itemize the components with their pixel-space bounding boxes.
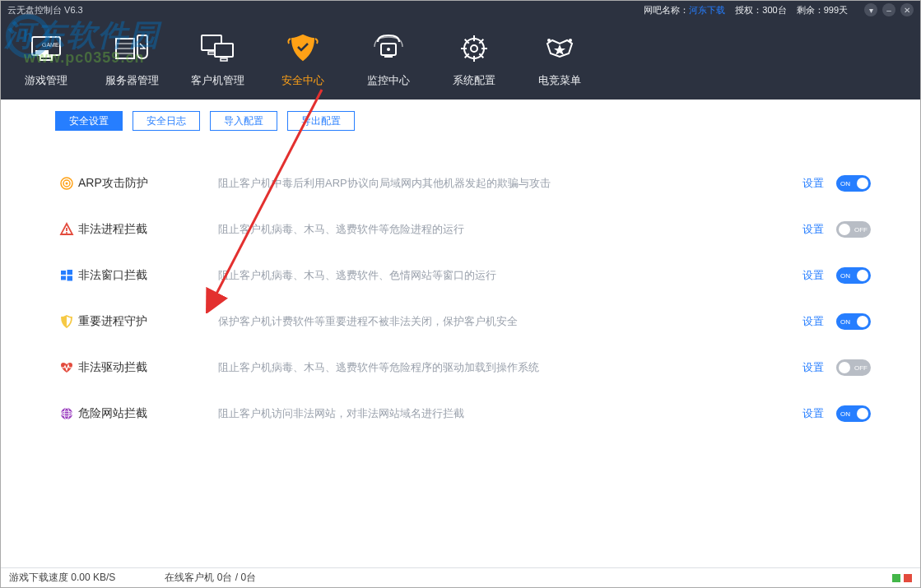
nav-label: 游戏管理: [25, 73, 67, 88]
shield-icon: [283, 30, 323, 67]
svg-rect-10: [208, 52, 215, 54]
bar-name-label: 网吧名称：: [644, 5, 689, 15]
svg-point-31: [66, 183, 68, 185]
security-row: 非法窗口拦截 阻止客户机病毒、木马、逃费软件、色情网站等窗口的运行 设置 ON: [55, 252, 871, 299]
windows-icon: [55, 268, 78, 283]
security-row: 重要进程守护 保护客户机计费软件等重要进程不被非法关闭，保护客户机安全 设置 O…: [55, 299, 871, 345]
nav-client[interactable]: 客户机管理: [184, 30, 251, 88]
svg-rect-37: [67, 276, 73, 281]
nav-label: 服务器管理: [105, 73, 159, 88]
row-desc: 保护客户机计费软件等重要进程不被非法关闭，保护客户机安全: [218, 314, 790, 329]
security-row: ARP攻击防护 阻止客户机中毒后利用ARP协议向局域网内其他机器发起的欺骗与攻击…: [55, 160, 871, 206]
globe-icon: [55, 406, 78, 421]
svg-rect-35: [67, 270, 73, 275]
nav-game[interactable]: GAME游戏管理: [12, 30, 80, 88]
remain-info: 剩余：999天: [797, 4, 848, 16]
row-desc: 阻止客户机访问非法网站，对非法网站域名进行拦截: [218, 406, 790, 421]
shield2-icon: [55, 314, 78, 329]
nav-gear[interactable]: 系统配置: [440, 30, 508, 88]
tab-3[interactable]: 导出配置: [287, 111, 355, 131]
nav-label: 系统配置: [453, 73, 495, 88]
online-clients: 在线客户机 0台 / 0台: [165, 571, 256, 585]
row-desc: 阻止客户机中毒后利用ARP协议向局域网内其他机器发起的欺骗与攻击: [218, 176, 790, 191]
svg-rect-34: [61, 271, 66, 275]
game-icon: GAME: [26, 30, 66, 67]
svg-point-28: [569, 39, 572, 42]
toggle-switch[interactable]: ON: [836, 175, 871, 192]
toggle-switch[interactable]: ON: [836, 313, 871, 330]
row-name: 非法进程拦截: [78, 222, 218, 237]
svg-text:GAME: GAME: [42, 42, 59, 48]
svg-rect-9: [215, 44, 233, 57]
target-icon: [55, 176, 78, 191]
dropdown-button[interactable]: ▾: [864, 3, 877, 16]
monitor-icon: [369, 30, 408, 67]
status-indicator-green: [892, 574, 900, 582]
settings-link[interactable]: 设置: [790, 176, 836, 191]
esport-icon: [540, 30, 579, 67]
nav-label: 监控中心: [367, 73, 410, 88]
settings-link[interactable]: 设置: [790, 360, 836, 375]
svg-point-33: [66, 232, 67, 234]
tab-1[interactable]: 安全日志: [133, 111, 200, 131]
nav-label: 安全中心: [281, 73, 324, 88]
nav-monitor[interactable]: 监控中心: [355, 30, 422, 88]
download-speed: 游戏下载速度 0.00 KB/S: [9, 571, 115, 585]
nav-label: 电竞菜单: [538, 73, 581, 88]
heart-icon: [55, 360, 78, 375]
close-button[interactable]: ✕: [900, 3, 914, 16]
gear-icon: [454, 30, 494, 67]
settings-link[interactable]: 设置: [790, 406, 836, 421]
auth-info: 授权：300台: [735, 4, 786, 16]
server-icon: [112, 30, 151, 67]
client-icon: [198, 30, 237, 67]
nav-esport[interactable]: 电竞菜单: [526, 30, 593, 88]
svg-point-25: [467, 41, 481, 56]
row-name: 危险网站拦截: [78, 406, 218, 421]
settings-link[interactable]: 设置: [790, 314, 836, 329]
minimize-button[interactable]: –: [882, 3, 895, 16]
toggle-switch[interactable]: OFF: [836, 359, 871, 376]
row-name: ARP攻击防护: [78, 176, 218, 191]
row-desc: 阻止客户机病毒、木马、逃费软件等危险程序的驱动加载到操作系统: [218, 360, 790, 375]
row-desc: 阻止客户机病毒、木马、逃费软件等危险进程的运行: [218, 222, 790, 237]
security-row: 非法驱动拦截 阻止客户机病毒、木马、逃费软件等危险程序的驱动加载到操作系统 设置…: [55, 345, 871, 391]
toggle-switch[interactable]: OFF: [836, 221, 871, 238]
row-name: 重要进程守护: [78, 314, 218, 329]
status-indicator-red: [904, 574, 912, 582]
svg-rect-11: [221, 58, 227, 61]
svg-rect-1: [35, 50, 49, 54]
row-desc: 阻止客户机病毒、木马、逃费软件、色情网站等窗口的运行: [218, 268, 790, 283]
toggle-switch[interactable]: ON: [836, 405, 871, 422]
app-title: 云无盘控制台 V6.3: [7, 4, 644, 16]
nav-label: 客户机管理: [191, 73, 244, 88]
row-name: 非法驱动拦截: [78, 360, 218, 375]
tab-2[interactable]: 导入配置: [210, 111, 277, 131]
nav-server[interactable]: 服务器管理: [98, 30, 165, 88]
row-name: 非法窗口拦截: [78, 268, 218, 283]
bar-name-link[interactable]: 河东下载: [689, 5, 725, 15]
toggle-switch[interactable]: ON: [836, 267, 871, 284]
nav-shield[interactable]: 安全中心: [269, 30, 337, 88]
svg-point-14: [387, 48, 390, 51]
settings-link[interactable]: 设置: [790, 268, 836, 283]
svg-point-27: [547, 39, 551, 42]
warn-icon: [55, 222, 78, 237]
tab-0[interactable]: 安全设置: [55, 111, 123, 131]
svg-rect-3: [40, 57, 52, 60]
svg-rect-36: [61, 276, 66, 280]
security-row: 危险网站拦截 阻止客户机访问非法网站，对非法网站域名进行拦截 设置 ON: [55, 391, 871, 437]
settings-link[interactable]: 设置: [790, 222, 836, 237]
security-row: 非法进程拦截 阻止客户机病毒、木马、逃费软件等危险进程的运行 设置 OFF: [55, 206, 871, 252]
